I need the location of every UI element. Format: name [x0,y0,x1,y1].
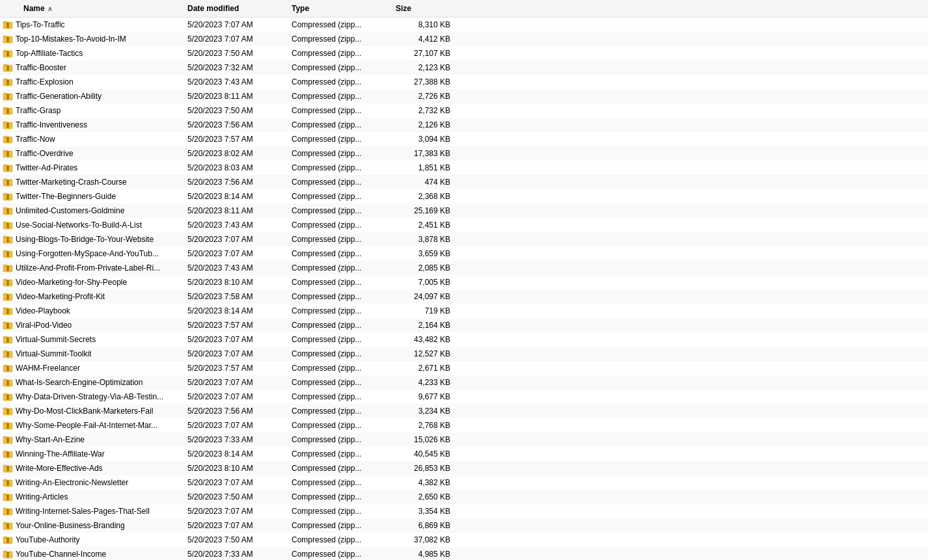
file-name: Traffic-Booster [16,63,66,72]
svg-rect-228 [7,482,9,483]
svg-rect-225 [3,479,7,481]
table-row[interactable]: What-Is-Search-Engine-Optimization 5/20/… [0,375,928,390]
file-size: 40,545 KB [390,447,456,460]
table-row[interactable]: Traffic-Booster 5/20/2023 7:32 AM Compre… [0,60,928,75]
table-row[interactable]: Top-Affiliate-Tactics 5/20/2023 7:50 AM … [0,46,928,60]
svg-rect-207 [7,439,9,440]
file-date: 5/20/2023 7:50 AM [182,490,286,503]
table-row[interactable]: Viral-iPod-Video 5/20/2023 7:57 AM Compr… [0,318,928,332]
svg-rect-59 [7,137,9,138]
name-column-header[interactable]: Name ∧ [0,1,182,16]
table-row[interactable]: Video-Marketing-Profit-Kit 5/20/2023 7:5… [0,289,928,304]
svg-rect-178 [7,380,9,381]
svg-rect-53 [7,124,9,125]
svg-rect-185 [7,395,9,395]
svg-rect-211 [3,451,7,452]
zip-file-icon [3,420,13,431]
table-row[interactable]: Winning-The-Affiliate-War 5/20/2023 8:14… [0,447,928,461]
zip-file-icon [3,506,13,516]
table-row[interactable]: Unlimited-Customers-Goldmine 5/20/2023 8… [0,204,928,218]
svg-rect-88 [7,196,9,196]
svg-rect-95 [7,210,9,211]
table-row[interactable]: YouTube-Authority 5/20/2023 7:50 AM Comp… [0,533,928,547]
svg-rect-36 [3,93,7,94]
file-date: 5/20/2023 7:07 AM [182,333,286,346]
file-name-cell: Why-Some-People-Fail-At-Internet-Mar... [0,419,182,432]
zip-file-icon [3,477,13,488]
file-date: 5/20/2023 7:07 AM [182,505,286,518]
table-row[interactable]: Video-Marketing-for-Shy-People 5/20/2023… [0,275,928,289]
date-column-header[interactable]: Date modified [182,1,286,16]
table-row[interactable]: Write-More-Effective-Ads 5/20/2023 8:10 … [0,461,928,475]
file-type: Compressed (zipp... [286,290,390,303]
table-row[interactable]: Virtual-Summit-Toolkit 5/20/2023 7:07 AM… [0,347,928,361]
file-size: 7,005 KB [390,276,456,289]
table-row[interactable]: Traffic-Explosion 5/20/2023 7:43 AM Comp… [0,75,928,89]
table-row[interactable]: Using-Forgotten-MySpace-And-YouTub... 5/… [0,247,928,261]
table-row[interactable]: Traffic-Grasp 5/20/2023 7:50 AM Compress… [0,103,928,118]
svg-rect-94 [7,209,9,209]
table-row[interactable]: Traffic-Generation-Ability 5/20/2023 8:1… [0,89,928,103]
size-column-header[interactable]: Size [390,1,456,16]
file-type: Compressed (zipp... [286,390,390,403]
zip-file-icon [3,363,13,373]
table-row[interactable]: Traffic-Overdrive 5/20/2023 8:02 AM Comp… [0,146,928,161]
zip-file-icon [3,105,13,116]
table-row[interactable]: Why-Start-An-Ezine 5/20/2023 7:33 AM Com… [0,433,928,447]
table-row[interactable]: Tips-To-Traffic 5/20/2023 7:07 AM Compre… [0,18,928,32]
svg-rect-33 [7,83,9,83]
file-name-cell: What-Is-Search-Engine-Optimization [0,376,182,389]
svg-rect-123 [7,267,9,268]
zip-file-icon [3,334,13,345]
file-name: Using-Forgotten-MySpace-And-YouTub... [16,249,159,258]
svg-rect-106 [3,236,7,237]
file-size: 24,097 KB [390,290,456,303]
table-row[interactable]: Why-Do-Most-ClickBank-Marketers-Fail 5/2… [0,404,928,418]
table-row[interactable]: Writing-Articles 5/20/2023 7:50 AM Compr… [0,490,928,504]
table-row[interactable]: Writing-An-Electronic-Newsletter 5/20/20… [0,475,928,490]
svg-rect-164 [7,352,9,353]
file-type: Compressed (zipp... [286,133,390,146]
zip-file-icon [3,248,13,259]
zip-file-icon [3,320,13,330]
table-row[interactable]: Use-Social-Networks-To-Build-A-List 5/20… [0,218,928,232]
svg-rect-197 [3,422,7,423]
file-type: Compressed (zipp... [286,462,390,475]
svg-rect-13 [7,41,9,42]
zip-file-icon [3,520,13,531]
table-row[interactable]: WAHM-Freelancer 5/20/2023 7:57 AM Compre… [0,361,928,375]
table-row[interactable]: Twitter-The-Beginners-Guide 5/20/2023 8:… [0,189,928,204]
svg-rect-61 [7,140,9,140]
file-name-cell: YouTube-Authority [0,533,182,546]
table-row[interactable]: Twitter-Marketing-Crash-Course 5/20/2023… [0,175,928,189]
table-row[interactable]: Why-Some-People-Fail-At-Internet-Mar... … [0,418,928,433]
table-row[interactable]: Virtual-Summit-Secrets 5/20/2023 7:07 AM… [0,332,928,347]
table-row[interactable]: Writing-Internet-Sales-Pages-That-Sell 5… [0,504,928,518]
svg-rect-200 [7,425,9,425]
table-row[interactable]: Video-Playbook 5/20/2023 8:14 AM Compres… [0,304,928,318]
table-row[interactable]: Utilize-And-Profit-From-Private-Label-Ri… [0,261,928,275]
table-row[interactable]: Twitter-Ad-Pirates 5/20/2023 8:03 AM Com… [0,161,928,175]
svg-rect-157 [7,338,9,338]
svg-rect-19 [7,54,9,55]
file-name: Unlimited-Customers-Goldmine [16,206,124,215]
table-row[interactable]: YouTube-Channel-Income 5/20/2023 7:33 AM… [0,547,928,560]
zip-file-icon [3,120,13,130]
file-name: Writing-Articles [16,492,68,501]
svg-rect-215 [7,455,9,455]
table-row[interactable]: Traffic-Now 5/20/2023 7:57 AM Compressed… [0,132,928,146]
table-row[interactable]: Why-Data-Driven-Strategy-Via-AB-Testin..… [0,390,928,404]
svg-rect-144 [7,310,9,311]
svg-rect-194 [7,412,9,412]
table-row[interactable]: Traffic-Inventiveness 5/20/2023 7:56 AM … [0,118,928,132]
table-row[interactable]: Using-Blogs-To-Bridge-To-Your-Website 5/… [0,232,928,247]
type-column-header[interactable]: Type [286,1,390,16]
svg-rect-150 [7,323,9,324]
table-row[interactable]: Top-10-Mistakes-To-Avoid-In-IM 5/20/2023… [0,32,928,46]
zip-file-icon [3,91,13,101]
file-date: 5/20/2023 7:43 AM [182,75,286,88]
table-row[interactable]: Your-Online-Business-Branding 5/20/2023 … [0,518,928,533]
svg-rect-89 [7,197,9,198]
svg-rect-146 [7,313,9,313]
svg-rect-243 [7,512,9,513]
